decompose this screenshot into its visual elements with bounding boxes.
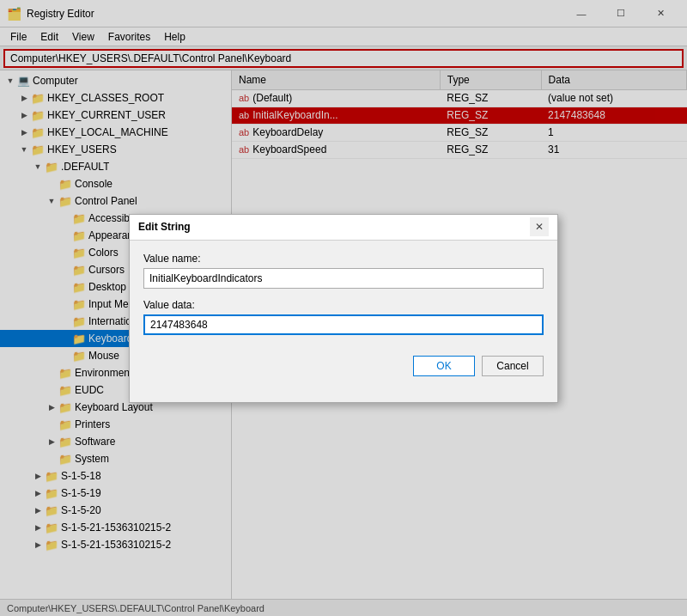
edit-string-dialog: Edit String ✕ Value name: Value data: OK…: [129, 214, 558, 403]
dialog-body: Value name: Value data:: [130, 241, 557, 347]
modal-overlay: Edit String ✕ Value name: Value data: OK…: [0, 0, 687, 616]
cancel-button[interactable]: Cancel: [482, 356, 544, 376]
value-data-label: Value data:: [143, 299, 544, 311]
value-name-input[interactable]: [143, 268, 544, 289]
dialog-title: Edit String: [138, 221, 530, 233]
ok-button[interactable]: OK: [413, 356, 475, 376]
value-name-label: Value name:: [143, 253, 544, 265]
dialog-titlebar: Edit String ✕: [130, 215, 557, 241]
value-data-input[interactable]: [143, 314, 544, 335]
dialog-close-button[interactable]: ✕: [530, 217, 549, 236]
dialog-buttons: OK Cancel: [130, 347, 557, 388]
